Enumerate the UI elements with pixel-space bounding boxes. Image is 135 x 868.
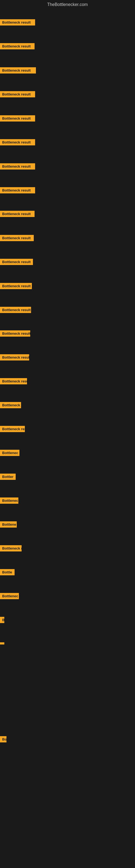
bottleneck-item: Bottleneck res	[0, 426, 25, 433]
bottleneck-item: Bottleneck result	[0, 211, 35, 218]
bottleneck-label: Bottlenec	[0, 450, 19, 456]
bottleneck-label: Bottleneck result	[0, 354, 29, 361]
bottleneck-item: Bottleneck result	[0, 91, 35, 98]
bottleneck-item: Bottleneck result	[0, 163, 35, 170]
bottleneck-label: Bottleneck result	[0, 283, 32, 289]
bottleneck-item: Bottleneck result	[0, 354, 29, 362]
bottleneck-item: Bottleneck result	[0, 139, 35, 147]
bottleneck-item: Bottle	[0, 569, 14, 577]
bottleneck-label: Bottlenec	[0, 593, 19, 599]
bottleneck-label: Bottleneck resu	[0, 378, 27, 384]
bottleneck-item: Bottleneck result	[0, 115, 35, 123]
bottleneck-item: Bottler	[0, 474, 16, 481]
bottleneck-label: Bottle	[0, 569, 14, 575]
bottleneck-label: Bottleneck result	[0, 91, 35, 97]
bottleneck-item: Bo	[0, 736, 6, 744]
bottleneck-label: Bottleneck result	[0, 67, 36, 73]
bottleneck-label: Bottler	[0, 474, 16, 480]
bottleneck-item: Bottleneck result	[0, 43, 35, 51]
bottleneck-item: Bottlenec	[0, 593, 19, 600]
bottleneck-label: Bottlene	[0, 521, 17, 528]
bottleneck-item: Bottleneck result	[0, 235, 34, 242]
bottleneck-label: Bottleneck result	[0, 307, 31, 313]
bottleneck-item: Bottleneck resu	[0, 378, 27, 385]
bottleneck-item: Bottleneck result	[0, 187, 35, 194]
bottleneck-label: Bottleneck result	[0, 187, 35, 193]
bottleneck-label: Bottleneck r	[0, 545, 21, 552]
bottleneck-label: Bottleneck result	[0, 235, 34, 241]
bottleneck-label: B	[0, 617, 4, 623]
bottleneck-item: B	[0, 617, 4, 624]
bottleneck-item: Bottlenec	[0, 450, 19, 457]
bottleneck-item: Bottleneck result	[0, 67, 36, 74]
bottleneck-label: Bottleneck result	[0, 43, 35, 50]
bottleneck-label: Bottlenec	[0, 497, 18, 504]
bottleneck-label: Bottleneck res	[0, 426, 25, 432]
bottleneck-item: Bottleneck	[0, 402, 21, 409]
bottleneck-item: Bottleneck r	[0, 545, 21, 553]
bottleneck-label: Bottleneck result	[0, 163, 35, 169]
bottleneck-label: Bottleneck result	[0, 259, 33, 265]
bottleneck-label: Bo	[0, 736, 6, 742]
bottleneck-label: Bottleneck	[0, 402, 21, 408]
bottleneck-item: Bottlenec	[0, 497, 18, 505]
bottleneck-item: Bottleneck result	[0, 283, 32, 290]
bottleneck-item: Bottlene	[0, 521, 17, 529]
bottleneck-item: Bottleneck result	[0, 259, 33, 266]
bottleneck-item	[0, 641, 4, 646]
bottleneck-item: Bottleneck result	[0, 19, 35, 27]
bottleneck-label: Bottleneck result	[0, 330, 30, 337]
bottleneck-item: Bottleneck result	[0, 330, 30, 338]
site-title: TheBottlenecker.com	[0, 0, 135, 9]
bottleneck-label: Bottleneck result	[0, 19, 35, 26]
bottleneck-label	[0, 642, 4, 645]
bottleneck-item: Bottleneck result	[0, 307, 31, 314]
bottleneck-label: Bottleneck result	[0, 115, 35, 122]
bottleneck-label: Bottleneck result	[0, 139, 35, 145]
bottleneck-label: Bottleneck result	[0, 211, 35, 217]
